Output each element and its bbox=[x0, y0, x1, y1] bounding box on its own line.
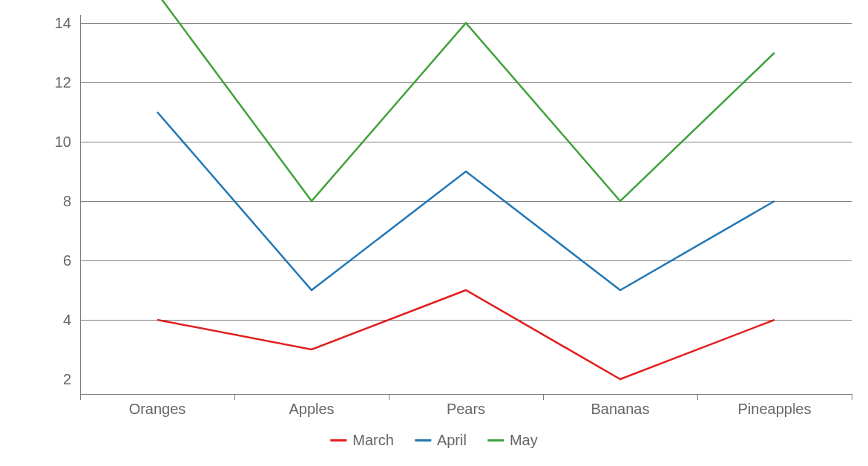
x-tick-label: Oranges bbox=[129, 401, 186, 418]
y-tick-label: 8 bbox=[63, 193, 71, 210]
legend-swatch bbox=[487, 439, 504, 442]
x-axis bbox=[80, 394, 852, 395]
x-tick bbox=[234, 394, 235, 400]
x-tick bbox=[80, 394, 81, 400]
legend-item-april: April bbox=[415, 432, 467, 449]
legend-label: May bbox=[510, 432, 538, 449]
series-line-april bbox=[157, 112, 775, 290]
x-tick bbox=[697, 394, 698, 400]
x-tick-label: Pineapples bbox=[738, 401, 812, 418]
legend-label: March bbox=[352, 432, 394, 449]
x-tick bbox=[389, 394, 389, 400]
legend: March April May bbox=[330, 432, 537, 449]
series-line-march bbox=[157, 290, 775, 379]
y-tick-label: 4 bbox=[63, 312, 71, 329]
line-chart: 2 4 6 8 10 12 14 Oranges Apples Pears Ba… bbox=[0, 0, 868, 466]
legend-swatch bbox=[415, 439, 431, 442]
y-tick-label: 2 bbox=[63, 371, 71, 388]
plot-area bbox=[80, 15, 852, 394]
y-tick-label: 6 bbox=[63, 252, 71, 269]
y-tick-label: 10 bbox=[55, 134, 71, 151]
x-tick bbox=[543, 394, 544, 400]
x-tick-label: Bananas bbox=[591, 401, 650, 418]
x-tick-label: Apples bbox=[289, 401, 334, 418]
legend-item-may: May bbox=[487, 432, 538, 449]
x-tick bbox=[852, 394, 852, 400]
legend-swatch bbox=[330, 439, 346, 442]
legend-item-march: March bbox=[330, 432, 394, 449]
legend-label: April bbox=[437, 432, 467, 449]
x-tick-label: Pears bbox=[447, 401, 485, 418]
y-tick-label: 12 bbox=[55, 74, 71, 91]
y-tick-label: 14 bbox=[55, 15, 71, 32]
